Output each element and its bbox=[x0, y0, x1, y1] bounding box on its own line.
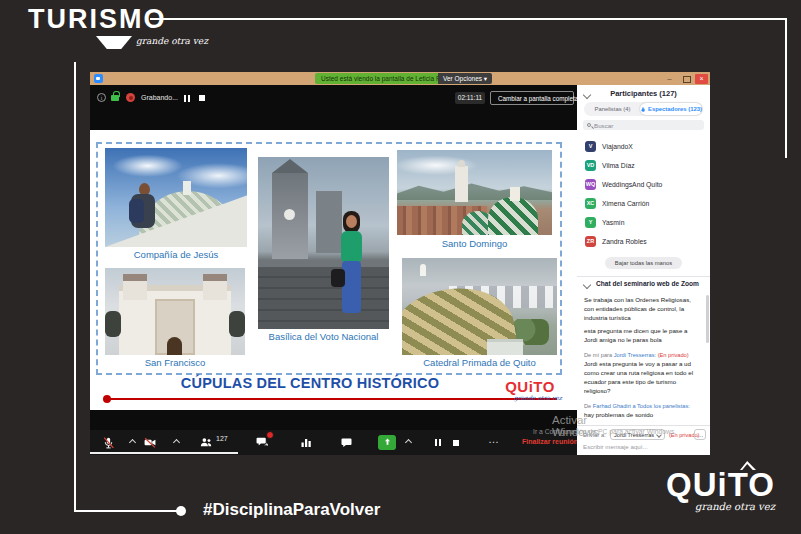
chat-meta: De Farhad Ghadiri a Todos los panelistas… bbox=[584, 402, 702, 410]
send-to-label: Enviar a: bbox=[583, 432, 606, 438]
chat-collapse-chevron[interactable] bbox=[583, 281, 591, 289]
photo-santo-domingo bbox=[397, 150, 552, 235]
participant-row[interactable]: WQ WeddingsAnd Quito bbox=[585, 177, 705, 191]
meeting-topstrip: i Grabando... 02:11:11 Cambiar a pantall… bbox=[90, 85, 577, 130]
zoom-app-icon bbox=[94, 74, 103, 83]
chat-button[interactable] bbox=[338, 435, 354, 450]
video-options-chevron[interactable] bbox=[168, 435, 184, 450]
maximize-button[interactable] bbox=[679, 74, 692, 84]
chat-title: Chat del seminario web de Zoom bbox=[596, 280, 699, 287]
label-san-francisco: San Francisco bbox=[105, 357, 245, 368]
slide-accent-line bbox=[109, 398, 557, 400]
participants-icon bbox=[199, 436, 213, 449]
photo-catedral bbox=[402, 258, 557, 355]
microphone-options-chevron[interactable] bbox=[124, 435, 140, 450]
participant-row[interactable]: Y Yasmín bbox=[585, 215, 705, 229]
mute-microphone-button[interactable] bbox=[100, 435, 116, 450]
qa-badge bbox=[266, 431, 274, 439]
avatar: ZR bbox=[585, 236, 596, 247]
chat-message-input[interactable] bbox=[583, 443, 703, 450]
window-controls: – × bbox=[663, 73, 708, 84]
meeting-toolbar: 127 bbox=[90, 430, 577, 455]
meeting-area: i Grabando... 02:11:11 Cambiar a pantall… bbox=[90, 85, 577, 455]
label-basilica: Basílica del Voto Nacional bbox=[258, 331, 389, 342]
presentation-slide: Compañía de Jesús Santo Domingo bbox=[90, 130, 577, 410]
pause-record-button[interactable] bbox=[430, 435, 446, 450]
participant-row[interactable]: ZR Zandra Robles bbox=[585, 234, 705, 248]
qa-button[interactable] bbox=[254, 435, 270, 450]
share-arrow-icon bbox=[382, 437, 393, 448]
window-titlebar: Usted está viendo la pantalla de Leticia… bbox=[90, 72, 710, 85]
info-icon[interactable]: i bbox=[97, 93, 106, 102]
polls-button[interactable] bbox=[298, 435, 314, 450]
fullscreen-button[interactable]: Cambiar a pantalla completa bbox=[490, 91, 574, 105]
panel-divider bbox=[577, 276, 710, 277]
avatar: WQ bbox=[585, 179, 596, 190]
participant-row[interactable]: XC Ximena Carrión bbox=[585, 196, 705, 210]
chat-compose: Enviar a: Jordi Tresserras (En privado) … bbox=[577, 425, 710, 455]
turismo-triangle-icon bbox=[96, 36, 132, 49]
label-catedral: Catedral Primada de Quito bbox=[402, 357, 557, 368]
label-compania: Compañía de Jesús bbox=[105, 249, 247, 260]
camera-muted-icon bbox=[143, 436, 157, 449]
participants-tabs: Panelistas (4) Espectadores (123) bbox=[584, 102, 703, 116]
compose-more-button[interactable]: … bbox=[694, 429, 706, 440]
participant-row[interactable]: VD Vilma Díaz bbox=[585, 158, 705, 172]
lower-all-hands-button[interactable]: Bajar todas las manos bbox=[605, 257, 682, 269]
avatar: V bbox=[585, 141, 596, 152]
microphone-muted-icon bbox=[102, 436, 115, 450]
turismo-tagline: grande otra vez bbox=[136, 36, 208, 46]
close-button[interactable]: × bbox=[695, 74, 708, 84]
participants-count: 127 bbox=[216, 435, 228, 442]
share-options-chevron[interactable] bbox=[400, 435, 416, 450]
search-input[interactable] bbox=[594, 122, 694, 129]
label-santo-domingo: Santo Domingo bbox=[397, 238, 552, 249]
chat-message: hay problemas de sonido bbox=[584, 411, 702, 420]
photo-basilica bbox=[258, 157, 389, 329]
participant-row[interactable]: V ViajandoX bbox=[585, 139, 705, 153]
chat-meta: De mí para Jordi Tresserras: (En privado… bbox=[584, 351, 702, 359]
chat-bubble-icon bbox=[340, 437, 353, 449]
more-options-button[interactable]: … bbox=[488, 433, 500, 445]
stop-video-button[interactable] bbox=[142, 435, 158, 450]
recording-label: Grabando... bbox=[141, 94, 178, 101]
frame-line-left bbox=[74, 62, 76, 512]
share-screen-button[interactable] bbox=[378, 435, 396, 450]
tourist-silhouette bbox=[129, 183, 159, 243]
slide-title: CÚPULAS DEL CENTRO HISTÓRICO bbox=[90, 375, 530, 391]
avatar: XC bbox=[585, 198, 596, 209]
recording-dot-icon bbox=[126, 93, 135, 102]
view-options-button[interactable]: Ver Opciones ▾ bbox=[438, 73, 492, 84]
chat-scrollbar[interactable] bbox=[706, 295, 709, 343]
tab-panelists[interactable]: Panelistas (4) bbox=[585, 103, 640, 115]
chat-message: Jordi esta pregunta le voy a pasar a ud … bbox=[584, 360, 702, 396]
stop-recording-button[interactable] bbox=[197, 93, 207, 103]
photo-compania-de-jesus bbox=[105, 148, 247, 247]
end-meeting-button[interactable]: Finalizar reunión bbox=[522, 438, 578, 445]
tab-attendees[interactable]: Espectadores (123) bbox=[640, 103, 702, 115]
chat-message: Se trabaja con las Ordenes Religiosas, c… bbox=[584, 296, 702, 323]
slide-quito-logo: QUiTO grande otra vez bbox=[498, 379, 562, 401]
recipient-dropdown[interactable]: Jordi Tresserras bbox=[610, 429, 665, 440]
meeting-timer: 02:11:11 bbox=[455, 92, 485, 104]
poster: TURISMO grande otra vez #DisciplinaParaV… bbox=[0, 0, 801, 534]
frame-line-right bbox=[785, 18, 787, 158]
chat-message: esta pregunta me dicen que le pase a Jor… bbox=[584, 327, 702, 345]
participants-title: Participantes (127) bbox=[577, 89, 710, 98]
avatar: Y bbox=[585, 217, 596, 228]
search-icon bbox=[587, 123, 591, 127]
quito-logo: QUiTO grande otra vez bbox=[666, 468, 775, 512]
frame-line-bottom bbox=[74, 510, 178, 512]
pause-recording-button[interactable] bbox=[182, 93, 192, 103]
participants-panel: Participantes (127) Panelistas (4) Espec… bbox=[577, 85, 710, 455]
participants-button[interactable] bbox=[198, 435, 214, 450]
turismo-logo: TURISMO bbox=[28, 4, 167, 35]
participants-search bbox=[583, 120, 704, 130]
stop-record-button[interactable] bbox=[448, 435, 464, 450]
presenter-figure bbox=[331, 211, 373, 323]
photo-san-francisco bbox=[105, 268, 245, 355]
bar-chart-icon bbox=[300, 437, 312, 449]
minimize-button[interactable]: – bbox=[663, 74, 676, 84]
raised-hand-icon bbox=[640, 106, 646, 113]
zoom-window: Usted está viendo la pantalla de Leticia… bbox=[90, 72, 710, 455]
